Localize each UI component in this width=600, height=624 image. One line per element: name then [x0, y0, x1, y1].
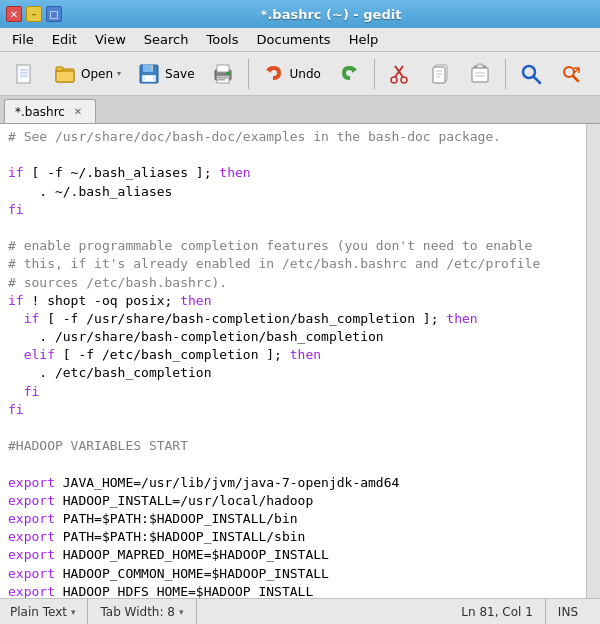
- redo-button[interactable]: [330, 55, 368, 93]
- filetype-dropdown-arrow[interactable]: ▾: [71, 607, 76, 617]
- tab-close-button[interactable]: ✕: [71, 105, 85, 119]
- menu-search[interactable]: Search: [136, 30, 197, 49]
- menu-edit[interactable]: Edit: [44, 30, 85, 49]
- svg-point-24: [401, 77, 407, 83]
- menu-documents[interactable]: Documents: [249, 30, 339, 49]
- paste-icon: [468, 62, 492, 86]
- save-icon: [137, 62, 161, 86]
- open-label: Open: [81, 67, 113, 81]
- tabwidth-status[interactable]: Tab Width: 8 ▾: [88, 599, 196, 624]
- cut-icon: [388, 62, 412, 86]
- editor-area[interactable]: # See /usr/share/doc/bash-doc/examples i…: [0, 124, 586, 598]
- insert-mode-label: INS: [558, 605, 578, 619]
- search-icon: [519, 62, 543, 86]
- svg-point-18: [226, 71, 229, 74]
- svg-rect-31: [472, 68, 488, 82]
- menu-file[interactable]: File: [4, 30, 42, 49]
- status-bar: Plain Text ▾ Tab Width: 8 ▾ Ln 81, Col 1…: [0, 598, 600, 624]
- copy-icon: [428, 62, 452, 86]
- toolbar-sep-2: [374, 59, 375, 89]
- replace-button[interactable]: [552, 55, 590, 93]
- close-window-button[interactable]: ✕: [6, 6, 22, 22]
- maximize-window-button[interactable]: □: [46, 6, 62, 22]
- svg-rect-7: [56, 67, 63, 71]
- filetype-status[interactable]: Plain Text ▾: [10, 599, 88, 624]
- save-button[interactable]: Save: [130, 55, 201, 93]
- vertical-scrollbar[interactable]: [586, 124, 600, 598]
- open-button[interactable]: Open ▾: [46, 55, 128, 93]
- svg-point-23: [391, 77, 397, 83]
- tabwidth-dropdown-arrow[interactable]: ▾: [179, 607, 184, 617]
- tab-bashrc[interactable]: *.bashrc ✕: [4, 99, 96, 123]
- open-dropdown-arrow[interactable]: ▾: [117, 69, 121, 78]
- svg-rect-12: [145, 76, 153, 81]
- svg-rect-16: [218, 77, 228, 79]
- svg-rect-26: [433, 67, 445, 83]
- filetype-label: Plain Text: [10, 605, 67, 619]
- svg-line-36: [534, 77, 540, 83]
- menu-view[interactable]: View: [87, 30, 134, 49]
- new-button[interactable]: [6, 55, 44, 93]
- svg-rect-1: [18, 66, 29, 82]
- minimize-window-button[interactable]: –: [26, 6, 42, 22]
- editor-wrapper: # See /usr/share/doc/bash-doc/examples i…: [0, 124, 600, 598]
- toolbar-sep-3: [505, 59, 506, 89]
- toolbar-sep-1: [248, 59, 249, 89]
- menu-help[interactable]: Help: [341, 30, 387, 49]
- position-label: Ln 81, Col 1: [461, 605, 533, 619]
- toolbar: Open ▾ Save: [0, 52, 600, 96]
- undo-icon: [262, 62, 286, 86]
- redo-icon: [337, 62, 361, 86]
- print-icon: [211, 62, 235, 86]
- svg-rect-10: [151, 65, 153, 70]
- svg-rect-6: [56, 71, 74, 82]
- undo-label: Undo: [290, 67, 321, 81]
- new-icon: [13, 62, 37, 86]
- window-title: *.bashrc (~) - gedit: [68, 7, 594, 22]
- find-button[interactable]: [512, 55, 550, 93]
- print-button[interactable]: [204, 55, 242, 93]
- insert-mode-status: INS: [546, 599, 590, 624]
- tab-label: *.bashrc: [15, 105, 65, 119]
- position-status: Ln 81, Col 1: [449, 599, 546, 624]
- title-bar: ✕ – □ *.bashrc (~) - gedit: [0, 0, 600, 28]
- tab-bar: *.bashrc ✕: [0, 96, 600, 124]
- undo-button[interactable]: Undo: [255, 55, 328, 93]
- svg-line-38: [573, 76, 578, 81]
- open-icon: [53, 62, 77, 86]
- menu-tools[interactable]: Tools: [198, 30, 246, 49]
- save-label: Save: [165, 67, 194, 81]
- title-bar-controls: ✕ – □: [6, 6, 62, 22]
- tabwidth-label: Tab Width: 8: [100, 605, 174, 619]
- replace-icon: [559, 62, 583, 86]
- svg-rect-32: [477, 64, 483, 68]
- cut-button[interactable]: [381, 55, 419, 93]
- menu-bar: File Edit View Search Tools Documents He…: [0, 28, 600, 52]
- svg-rect-14: [217, 65, 229, 72]
- paste-button[interactable]: [461, 55, 499, 93]
- svg-rect-17: [218, 79, 225, 81]
- copy-button[interactable]: [421, 55, 459, 93]
